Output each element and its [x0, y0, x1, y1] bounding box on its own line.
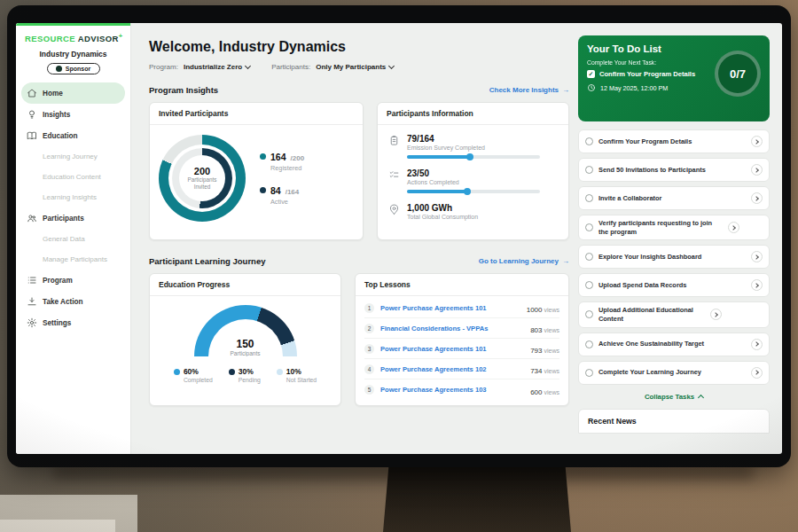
go-to-learning-journey-link[interactable]: Go to Learning Journey: [479, 257, 569, 265]
sidebar-item-insights[interactable]: Insights: [21, 104, 125, 125]
legend-value: 164: [270, 152, 286, 162]
sidebar-item-learning-insights[interactable]: Learning Insights: [16, 187, 130, 207]
chevron-right-icon[interactable]: [751, 136, 763, 147]
background-desk-edge: [0, 520, 115, 532]
sidebar-item-label: Settings: [43, 319, 71, 327]
checkbox-icon[interactable]: [585, 253, 593, 261]
lesson-link[interactable]: Power Purchase Agreements 102: [380, 365, 524, 373]
legend-label: Completed: [184, 377, 213, 383]
sidebar-item-label: Education Content: [43, 173, 101, 181]
legend-value: 60%: [184, 367, 199, 376]
task-row[interactable]: Confirm Your Program Details: [578, 129, 770, 153]
checkbox-icon[interactable]: [585, 194, 593, 202]
views-label: views: [544, 368, 559, 374]
gauge-center-value: 150: [194, 338, 297, 350]
download-icon: [27, 296, 37, 307]
sidebar-item-education-content[interactable]: Education Content: [16, 167, 130, 187]
checkbox-icon[interactable]: [585, 310, 593, 318]
legend-value: 10%: [286, 367, 301, 376]
lesson-link[interactable]: Financial Considerations - VPPAs: [380, 325, 524, 332]
participants-filter-select[interactable]: Only My Participants: [316, 63, 394, 71]
home-icon: [27, 88, 37, 98]
location-pin-icon: [388, 204, 400, 215]
sidebar-item-take-action[interactable]: Take Action: [21, 291, 125, 312]
sidebar-item-education[interactable]: Education: [21, 125, 125, 146]
dashboard-screen: RESOURCE ADVISOR+ Industry Dynamics Spon…: [16, 23, 782, 454]
sponsor-badge[interactable]: Sponsor: [47, 63, 100, 74]
chevron-right-icon[interactable]: [751, 279, 763, 291]
task-row[interactable]: Verify participants requesting to join t…: [578, 215, 770, 240]
collapse-tasks-button[interactable]: Collapse Tasks: [578, 393, 770, 401]
checkbox-icon[interactable]: [585, 369, 593, 377]
checkbox-icon[interactable]: [585, 340, 593, 348]
sidebar-item-label: Learning Insights: [43, 193, 97, 201]
task-row[interactable]: Achieve One Sustainability Target: [578, 332, 770, 356]
sidebar-item-program[interactable]: Program: [21, 270, 125, 291]
checkbox-icon[interactable]: [585, 223, 593, 231]
participants-filter-label: Participants:: [271, 63, 310, 71]
checkbox-icon[interactable]: [585, 166, 593, 174]
views-label: views: [544, 327, 559, 333]
donut-center-value: 200: [194, 166, 210, 176]
chevron-right-icon[interactable]: [728, 222, 739, 233]
sidebar-item-participants[interactable]: Participants: [21, 207, 125, 229]
lesson-link[interactable]: Power Purchase Agreements 103: [380, 386, 524, 394]
stat-emission-survey: 79/164 Emission Survey Completed: [388, 134, 558, 159]
lesson-link[interactable]: Power Purchase Agreements 101: [380, 345, 524, 353]
checkbox-icon[interactable]: [585, 281, 593, 289]
sidebar-item-label: Education: [43, 132, 78, 140]
donut-center: 200 Participants Invited: [159, 135, 246, 222]
lesson-link[interactable]: Power Purchase Agreements 101: [380, 304, 520, 312]
task-row[interactable]: Explore Your Insights Dashboard: [578, 245, 770, 269]
chevron-right-icon[interactable]: [751, 164, 763, 176]
task-row[interactable]: Complete Your Learning Journey: [578, 361, 770, 385]
page-title: Welcome, Industry Dynamics: [149, 39, 569, 55]
checkbox-icon[interactable]: [587, 70, 595, 78]
chevron-right-icon[interactable]: [710, 309, 722, 320]
todo-panel: Your To Do List Complete Your Next Task:…: [578, 35, 770, 434]
sidebar-item-label: Insights: [43, 111, 70, 119]
chevron-right-icon[interactable]: [751, 251, 763, 262]
program-filter-select[interactable]: Industrialize Zero: [184, 63, 250, 71]
sidebar-item-settings[interactable]: Settings: [21, 312, 125, 333]
chevron-down-icon: [245, 63, 251, 69]
sidebar-item-general-data[interactable]: General Data: [16, 229, 130, 249]
clock-icon: [587, 83, 596, 92]
legend-total: /200: [291, 154, 305, 162]
task-label: Complete Your Learning Journey: [598, 364, 746, 380]
task-row[interactable]: Upload Additional Educational Content: [578, 301, 770, 327]
lesson-rank: 1: [364, 303, 374, 313]
legend-dot-not-started: [277, 369, 283, 375]
checklist-icon: [388, 169, 400, 181]
lesson-row: 4 Power Purchase Agreements 102 734views: [364, 359, 559, 379]
sidebar-item-learning-journey[interactable]: Learning Journey: [16, 146, 130, 167]
lessons-list: 1 Power Purchase Agreements 101 1000view…: [356, 296, 568, 402]
progress-bar: [407, 155, 540, 159]
checkbox-icon[interactable]: [585, 137, 593, 145]
task-row[interactable]: Invite a Collaborator: [578, 186, 770, 210]
task-row[interactable]: Upload Spend Data Records: [578, 273, 770, 297]
task-row[interactable]: Send 50 Invitations to Participants: [578, 158, 770, 182]
insights-cards-row: Invited Participants 200 Participants In…: [149, 102, 569, 240]
sidebar-item-label: Learning Journey: [43, 153, 98, 160]
donut-legend: 164 /200 Registered 84 /164 Active: [260, 152, 304, 206]
chevron-right-icon[interactable]: [751, 339, 763, 350]
gauge-center: 150 Participants: [194, 338, 297, 356]
chevron-right-icon[interactable]: [751, 192, 763, 204]
brand-name: RESOURCE: [25, 34, 75, 43]
list-icon: [27, 275, 37, 286]
chevron-right-icon[interactable]: [751, 367, 763, 379]
check-more-insights-link[interactable]: Check More Insights: [489, 86, 569, 94]
gauge-legend: 60% Completed 30% Pending 10% Not Starte…: [174, 367, 317, 383]
legend-dot-active: [260, 187, 266, 193]
sidebar-item-manage-participants[interactable]: Manage Participants: [16, 249, 130, 270]
sidebar-item-label: Program: [43, 277, 73, 285]
stat-label: Emission Survey Completed: [407, 145, 540, 151]
sidebar-item-home[interactable]: Home: [21, 82, 125, 104]
lesson-row: 1 Power Purchase Agreements 101 1000view…: [364, 298, 559, 318]
stat-value: 1,000 GWh: [407, 203, 478, 213]
filters-row: Program: Industrialize Zero Participants…: [149, 63, 569, 71]
card-title: Education Progress: [150, 274, 340, 296]
task-label: Explore Your Insights Dashboard: [598, 249, 746, 265]
task-label: Achieve One Sustainability Target: [598, 336, 746, 352]
